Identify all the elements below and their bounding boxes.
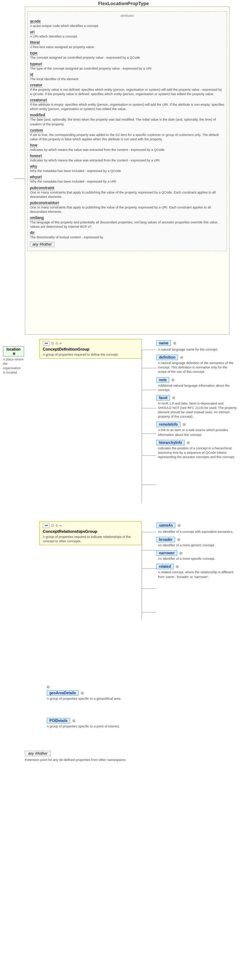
elem-remoteinfo[interactable]: remoteInfo [156,422,181,427]
attr-qcode: qcode A quasi-unique code which identifi… [30,19,225,28]
attr-creator-name: creator [30,83,42,88]
attr-creator: creator If the property value is not def… [30,83,225,96]
child-sameas-row: sameAs ⊞ [156,523,237,528]
elem-poi-desc: A group of properties specific to a poin… [47,724,142,729]
attr-how: how Indicates by which means the value w… [30,143,225,152]
concept-def-title: ConceptDefinitionGroup [43,347,138,351]
concept-rel-range-icon: ⊡ [51,524,54,527]
elem-name[interactable]: name [156,340,171,346]
any-other-attr: any ##other [30,242,225,247]
poi-row: POIDetails ⊞ [47,718,142,724]
attr-typeuri-desc: The type of the concept assigned as cont… [30,66,225,71]
geo-arrow: ⊡ [47,685,50,689]
concept-rel-multiplicity: ••• [43,523,50,528]
attr-pubconstraint: pubconstraint One or many constraints th… [30,186,225,199]
attr-dir: dir The directionality of textual conten… [30,230,225,239]
any-other-bottom-section: any ##other Extension point for any de-d… [25,751,171,762]
location-desc: A place where the organisation is locate… [3,357,24,375]
attr-type-name: type [30,51,38,56]
attr-uri-name: uri [30,30,35,34]
attr-pubconstraint-name: pubconstraint [30,186,55,190]
elem-related[interactable]: related [156,564,173,569]
elem-geo-area-desc: A group of properties specific to a geop… [47,697,142,701]
concept-rel-group-box: ••• ⊡ 0..∞ ConceptRelationshipsGroup A g… [40,521,142,545]
elem-narrower-plus: ⊞ [180,551,182,555]
location-section: location ⊞ A place where the organisatio… [3,346,24,375]
elem-facet[interactable]: facet [156,395,170,401]
attr-pubconstraint-desc: One or many constraints that apply to pu… [30,190,225,199]
elem-remoteinfo-desc: A link to an item or a web source which … [158,428,237,437]
attr-howuri-desc: Indicates by which means the value was e… [30,158,225,162]
elem-definition-plus: ⊞ [180,355,183,360]
attr-creatoruri-name: creatoruri [30,98,47,102]
attr-typeuri: typeuri The type of the concept assigned… [30,62,225,71]
elem-note-desc: Additional natural language information … [158,383,237,392]
attr-id-name: id [30,73,33,77]
concept-def-children: name ⊞ A natural language name for the c… [156,339,237,459]
child-broader-row: broader ⊞ [156,537,237,542]
attr-whyuri: whyuri Why the metadata has been include… [30,175,225,184]
elem-poi-plus: ⊞ [72,719,75,723]
concept-rel-group-inner: ••• ⊡ 0..∞ ConceptRelationshipsGroup A g… [40,521,142,545]
attr-creator-desc: If the property value is not defined: sp… [30,88,225,96]
concept-def-range2: 0..∞ [56,342,61,345]
elem-definition-desc: A natural language definition of the sem… [158,361,237,374]
elem-hierarchyinfo[interactable]: hierarchyInfo [156,440,184,445]
elem-broader-plus: ⊞ [177,538,180,542]
attr-whyuri-desc: Why the metadata has been included - exp… [30,179,225,184]
attr-qcode-name: qcode [30,19,40,24]
elem-hierarchyinfo-plus: ⊞ [187,441,190,445]
attr-custom-name: custom [30,128,43,133]
concept-def-group-box: ••• ⊡ 0..∞ ConceptDefinitionGroup A grou… [40,339,142,359]
elem-poi[interactable]: POIDetails [47,718,70,724]
elem-sameas-plus: ⊞ [178,523,181,527]
attr-whyuri-name: whyuri [30,175,42,179]
attr-pubconstrainturi-name: pubconstrainturi [30,201,59,205]
any-other-bottom-desc: Extension point for any de-defined prope… [25,758,171,762]
elem-definition[interactable]: definition [156,355,178,360]
attr-custom: custom If set to true, the corresponding… [30,128,225,142]
attr-creatoruri: creatoruri If the attribute is empty: sp… [30,98,225,111]
attr-id: id The local identifier of the element. [30,72,225,81]
main-type-box: attributes qcode A quasi-unique code whi… [25,6,229,334]
attr-dir-name: dir [30,231,35,235]
location-expand-icon[interactable]: ⊞ [13,352,15,355]
poi-section: POIDetails ⊞ A group of properties speci… [47,718,142,729]
attr-qcode-desc: A quasi-unique code which identifies a c… [30,24,225,28]
elem-sameas[interactable]: sameAs [156,523,175,528]
concept-rel-desc: A group of properties required to indica… [43,535,138,543]
elem-name-desc: A natural language name for the concept. [158,347,237,352]
elem-broader[interactable]: broader [156,537,175,542]
attributes-label: attributes [30,14,225,18]
attributes-section: attributes qcode A quasi-unique code whi… [27,11,227,251]
attr-pubconstrainturi-desc: One or many constraints that apply to pu… [30,205,225,214]
attr-why-name: why [30,164,37,169]
attr-type-desc: The concept assigned as controlled prope… [30,56,225,60]
attr-modified: modified The date (and, optionally, the … [30,113,225,126]
elem-facet-desc: In NAR 1.8 and later, facet is deprecate… [158,401,237,419]
concept-rel-children: sameAs ⊞ An identifier of a concept with… [156,521,237,579]
elem-note[interactable]: note [156,377,169,383]
attr-id-desc: The local identifier of the element. [30,77,225,81]
elem-geo-area-plus: ⊞ [81,691,84,695]
attr-howuri-name: howuri [30,154,42,158]
attr-literal-name: literal [30,40,40,45]
elem-hierarchyinfo-desc: Indicates the position of a concept in a… [158,446,237,459]
concept-def-desc: A group of properties required to define… [43,352,138,357]
attr-custom-desc: If set to true, the corresponding proper… [30,133,225,142]
attr-dir-desc: The directionality of textual content - … [30,235,225,239]
attr-type: type The concept assigned as controlled … [30,51,225,60]
elem-name-plus: ⊞ [173,341,176,345]
child-facet-row: facet ⊞ [156,395,237,401]
attr-how-name: how [30,143,37,148]
concept-rel-range: 0..∞ [56,524,61,527]
page-title: FlexLocationPropType [69,1,178,6]
location-label: location [6,347,21,351]
elem-geo-area[interactable]: geoAreaDetails [47,690,79,696]
geo-area-row: geoAreaDetails ⊞ [47,690,142,696]
child-narrower-row: narrower ⊞ [156,550,237,556]
location-box: location ⊞ [3,346,24,356]
attr-uri: uri A URI which identifies a concept. [30,30,225,39]
attr-xmllang-desc: The language of this property and potent… [30,220,225,229]
elem-narrower[interactable]: narrower [156,550,177,556]
